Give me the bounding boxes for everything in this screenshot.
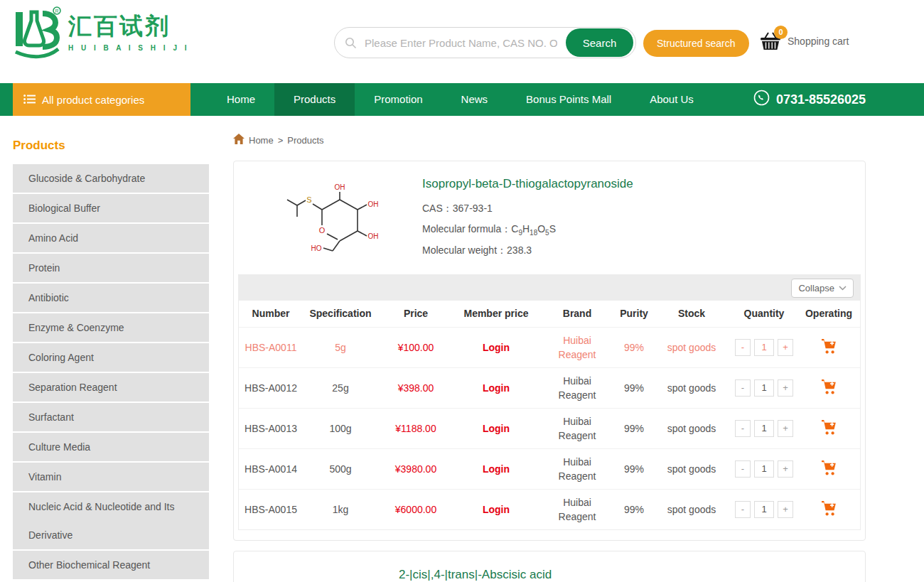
sidebar-item-biological-buffer[interactable]: Biological Buffer: [13, 194, 209, 224]
breadcrumb-home[interactable]: Home: [249, 135, 274, 146]
phone-icon: [753, 90, 770, 109]
sidebar-item-protein[interactable]: Protein: [13, 254, 209, 284]
cell-member-price: Login: [453, 489, 539, 529]
cell-price: ¥398.00: [378, 367, 453, 408]
cell-purity: 99%: [616, 367, 652, 408]
table-row: HBS-A001225g¥398.00LoginHuibai Reagent99…: [239, 367, 860, 408]
quantity-increase-button[interactable]: +: [778, 420, 793, 437]
cell-specification: 100g: [303, 408, 378, 448]
svg-text:R: R: [55, 9, 58, 14]
collapse-button[interactable]: Collapse: [791, 279, 854, 298]
login-link[interactable]: Login: [483, 342, 510, 353]
cell-specification: 500g: [303, 448, 378, 489]
nav-item-about-us[interactable]: About Us: [630, 83, 713, 116]
brand-name-en: H U I B A I S H I J I: [68, 44, 190, 52]
basket-icon: [759, 41, 782, 53]
cell-price: ¥1188.00: [378, 408, 453, 448]
cell-brand: Huibai Reagent: [539, 489, 616, 529]
cell-operating: [797, 489, 860, 529]
quantity-stepper: -+: [735, 420, 793, 437]
quantity-increase-button[interactable]: +: [778, 379, 793, 397]
quantity-increase-button[interactable]: +: [778, 501, 793, 518]
phone-number: 0731-85526025: [776, 92, 866, 107]
nav-item-home[interactable]: Home: [208, 83, 274, 116]
quantity-decrease-button[interactable]: -: [735, 420, 751, 437]
cas-value: 367-93-1: [453, 203, 493, 214]
add-to-cart-button[interactable]: [820, 338, 837, 356]
nav-item-products[interactable]: Products: [274, 83, 355, 116]
quantity-increase-button[interactable]: +: [778, 339, 793, 356]
table-row: HBS-A00115g¥100.00LoginHuibai Reagent99%…: [239, 327, 860, 367]
all-categories-button[interactable]: All product categories: [13, 83, 190, 116]
search-button[interactable]: Search: [566, 28, 633, 57]
sidebar-item-coloring-agent[interactable]: Coloring Agent: [13, 343, 209, 373]
next-product-card: 2-|cis|,4-|trans|-Abscisic acid: [233, 551, 866, 582]
svg-text:O: O: [319, 226, 326, 235]
cell-member-price: Login: [453, 367, 539, 408]
add-to-cart-button[interactable]: [820, 419, 837, 437]
cas-line: CAS：367-93-1: [422, 203, 633, 215]
cell-price: ¥3980.00: [378, 448, 453, 489]
sidebar-item-amino-acid[interactable]: Amino Acid: [13, 224, 209, 254]
cell-stock: spot goods: [652, 408, 731, 448]
table-row: HBS-A00151kg¥6000.00LoginHuibai Reagent9…: [239, 489, 860, 529]
cell-price: ¥100.00: [378, 327, 453, 367]
quantity-input[interactable]: [754, 379, 774, 397]
home-icon: [233, 134, 245, 146]
nav-item-news[interactable]: News: [442, 83, 507, 116]
product-title[interactable]: Isopropyl-beta-D-thiogalactopyranoside: [422, 177, 633, 191]
nav-item-promotion[interactable]: Promotion: [355, 83, 441, 116]
sidebar-item-glucoside-carbohydrate[interactable]: Glucoside & Carbohydrate: [13, 164, 209, 194]
login-link[interactable]: Login: [483, 463, 510, 475]
cell-brand: Huibai Reagent: [539, 327, 616, 367]
login-link[interactable]: Login: [483, 504, 510, 515]
cell-brand: Huibai Reagent: [539, 367, 616, 408]
structured-search-button[interactable]: Structured search: [643, 30, 749, 57]
sidebar: Products Glucoside & CarbohydrateBiologi…: [13, 116, 209, 582]
sidebar-item-antibiotic[interactable]: Antibiotic: [13, 284, 209, 313]
quantity-decrease-button[interactable]: -: [735, 501, 751, 518]
quantity-decrease-button[interactable]: -: [735, 339, 751, 356]
cell-operating: [797, 448, 860, 489]
cell-number: HBS-A0015: [239, 489, 303, 529]
login-link[interactable]: Login: [483, 423, 510, 434]
column-header-price: Price: [378, 301, 453, 327]
sidebar-item-nucleic-acid-nucleotide-and-its-derivative[interactable]: Nucleic Acid & Nucleotide and Its Deriva…: [13, 492, 209, 551]
nav-item-bonus-points-mall[interactable]: Bonus Points Mall: [507, 83, 630, 116]
cell-brand: Huibai Reagent: [539, 408, 616, 448]
sidebar-item-culture-media[interactable]: Culture Media: [13, 433, 209, 463]
cell-member-price: Login: [453, 448, 539, 489]
quantity-input[interactable]: [754, 460, 774, 478]
sidebar-item-other-biochemical-reagent[interactable]: Other Biochemical Reagent: [13, 551, 209, 581]
add-to-cart-button[interactable]: [820, 500, 837, 518]
sidebar-item-surfactant[interactable]: Surfactant: [13, 403, 209, 433]
shopping-cart[interactable]: 0 Shopping cart: [759, 31, 849, 51]
quantity-decrease-button[interactable]: -: [735, 379, 751, 397]
cell-quantity: -+: [731, 448, 797, 489]
quantity-increase-button[interactable]: +: [778, 460, 793, 478]
cell-number: HBS-A0011: [239, 327, 303, 367]
brand-text: Huibai Reagent: [557, 374, 598, 402]
quantity-input[interactable]: [754, 501, 774, 518]
next-product-title[interactable]: 2-|cis|,4-|trans|-Abscisic acid: [399, 568, 865, 582]
cell-stock: spot goods: [652, 327, 731, 367]
quantity-decrease-button[interactable]: -: [735, 460, 751, 478]
sidebar-item-vitamin[interactable]: Vitamin: [13, 463, 209, 492]
login-link[interactable]: Login: [483, 382, 510, 394]
quantity-input[interactable]: [754, 420, 774, 437]
sidebar-item-separation-reagent[interactable]: Separation Reagent: [13, 373, 209, 403]
brand-text: Huibai Reagent: [557, 455, 598, 483]
sidebar-item-enzyme-coenzyme[interactable]: Enzyme & Coenzyme: [13, 313, 209, 343]
weight-value: 238.3: [507, 244, 532, 256]
quantity-stepper: -+: [735, 460, 793, 478]
add-to-cart-button[interactable]: [820, 460, 837, 478]
logo-text: 汇百试剂 H U I B A I S H I J I: [68, 6, 190, 52]
quantity-input[interactable]: [754, 339, 774, 356]
cell-operating: [797, 327, 860, 367]
add-to-cart-button[interactable]: [820, 379, 837, 397]
cell-brand: Huibai Reagent: [539, 448, 616, 489]
cell-specification: 25g: [303, 367, 378, 408]
cell-number: HBS-A0012: [239, 367, 303, 408]
cell-quantity: -+: [731, 327, 797, 367]
site-logo[interactable]: R 汇百试剂 H U I B A I S H I J I: [13, 6, 190, 68]
